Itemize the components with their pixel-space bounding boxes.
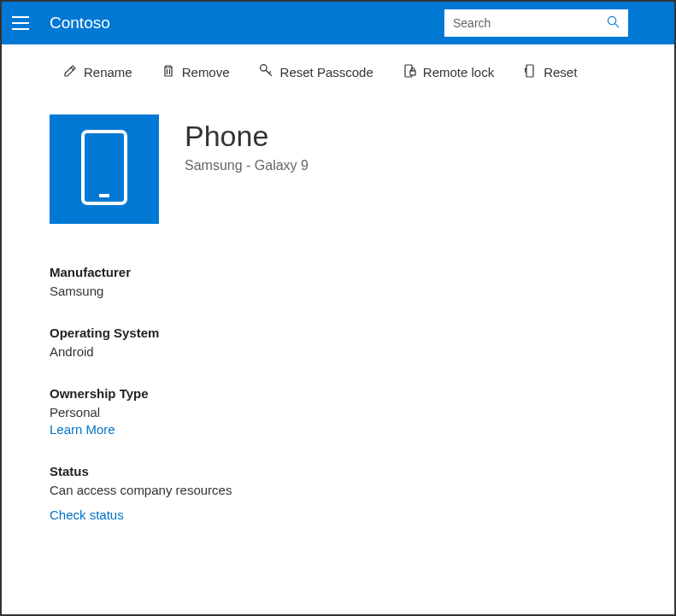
lock-phone-icon (403, 64, 416, 80)
app-header: Contoso (2, 2, 674, 44)
search-icon[interactable] (607, 15, 620, 32)
ownership-section: Ownership Type Personal Learn More (50, 386, 626, 437)
manufacturer-section: Manufacturer Samsung (50, 265, 626, 298)
status-section: Status Can access company resources Chec… (50, 464, 626, 522)
ownership-label: Ownership Type (50, 386, 626, 401)
svg-line-7 (268, 72, 270, 73)
menu-icon[interactable] (12, 11, 36, 35)
pencil-icon (63, 64, 77, 80)
reset-passcode-label: Reset Passcode (280, 65, 373, 79)
manufacturer-label: Manufacturer (50, 265, 626, 279)
os-label: Operating System (50, 326, 626, 340)
device-subtitle: Samsung - Galaxy 9 (185, 158, 309, 173)
svg-rect-9 (410, 71, 415, 75)
device-details: Phone Samsung - Galaxy 9 Manufacturer Sa… (2, 99, 674, 566)
svg-rect-10 (526, 65, 533, 77)
os-value: Android (50, 344, 626, 359)
remove-label: Remove (182, 65, 230, 79)
remote-lock-label: Remote lock (423, 65, 494, 79)
check-status-link[interactable]: Check status (50, 507, 626, 522)
status-value: Can access company resources (50, 483, 626, 497)
device-tile (50, 114, 159, 224)
reset-icon (523, 64, 537, 80)
remote-lock-button[interactable]: Remote lock (403, 64, 494, 80)
reset-passcode-button[interactable]: Reset Passcode (259, 63, 373, 80)
remove-button[interactable]: Remove (162, 64, 230, 80)
reset-label: Reset (544, 65, 577, 79)
device-header: Phone Samsung - Galaxy 9 (50, 114, 626, 224)
reset-button[interactable]: Reset (523, 64, 577, 80)
search-box[interactable] (444, 9, 628, 37)
key-icon (259, 63, 273, 80)
search-input[interactable] (453, 16, 607, 30)
rename-button[interactable]: Rename (63, 64, 132, 80)
svg-line-1 (615, 23, 619, 26)
svg-line-2 (71, 67, 73, 70)
svg-point-0 (608, 16, 615, 24)
phone-icon (80, 129, 128, 209)
brand-title: Contoso (50, 14, 444, 32)
device-name: Phone (185, 120, 309, 153)
manufacturer-value: Samsung (50, 284, 626, 298)
action-toolbar: Rename Remove Reset Passcode Remote lock (2, 44, 674, 99)
svg-point-5 (260, 65, 266, 71)
os-section: Operating System Android (50, 326, 626, 359)
learn-more-link[interactable]: Learn More (50, 422, 626, 437)
ownership-value: Personal (50, 405, 626, 419)
trash-icon (162, 64, 175, 80)
device-title-block: Phone Samsung - Galaxy 9 (185, 114, 309, 173)
svg-rect-11 (83, 132, 126, 203)
status-label: Status (50, 464, 626, 478)
rename-label: Rename (84, 65, 132, 79)
